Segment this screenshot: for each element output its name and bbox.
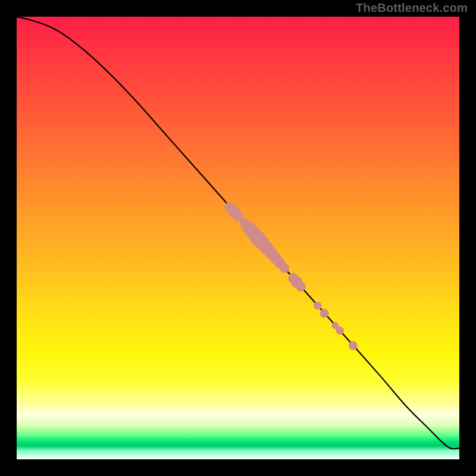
plot-panel xyxy=(17,17,459,459)
data-point xyxy=(336,327,343,334)
plot-area xyxy=(17,17,459,459)
data-point xyxy=(314,302,321,309)
data-point xyxy=(349,341,358,350)
chart-canvas: TheBottleneck.com xyxy=(0,0,476,476)
data-points-group xyxy=(224,202,358,350)
watermark-text: TheBottleneck.com xyxy=(356,1,468,15)
data-point xyxy=(280,263,289,273)
data-point xyxy=(320,309,329,318)
data-point xyxy=(296,282,305,292)
plot-overlay-svg xyxy=(17,17,459,459)
curve-line xyxy=(17,17,459,449)
